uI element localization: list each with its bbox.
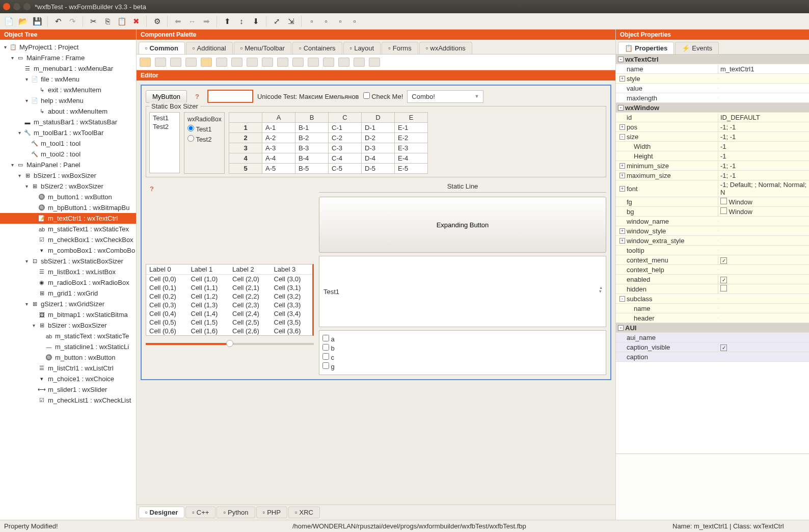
property-row[interactable]: + window_style <box>616 226 809 236</box>
palette-component-icon[interactable] <box>338 58 349 67</box>
tree-item[interactable]: ▾m_comboBox1 : wxComboBo <box>0 245 136 256</box>
tree-item[interactable]: ▾⊞bSizer2 : wxBoxSizer <box>0 181 136 192</box>
palette-tab[interactable]: ▫Common <box>139 42 185 54</box>
tree-item[interactable]: ▾🔧m_toolBar1 : wxToolBar <box>0 127 136 138</box>
tree-item[interactable]: 🖼m_bitmap1 : wxStaticBitma <box>0 309 136 320</box>
align-left-icon[interactable]: ⬅ <box>172 16 183 27</box>
palette-tab[interactable]: ▫Layout <box>343 42 381 54</box>
choice[interactable]: Test1 <box>319 256 606 327</box>
tree-item[interactable]: ▾m_choice1 : wxChoice <box>0 374 136 384</box>
property-row[interactable]: + maximum_size-1; -1 <box>616 171 809 180</box>
property-row[interactable]: Width-1 <box>616 142 809 151</box>
property-row[interactable]: namem_textCtrl1 <box>616 64 809 74</box>
tree-item[interactable]: 🔨m_tool1 : tool <box>0 138 136 149</box>
palette-component-icon[interactable] <box>231 58 242 67</box>
window-maximize-icon[interactable] <box>23 3 31 10</box>
tree-item[interactable]: ▾▭MainPanel : Panel <box>0 159 136 170</box>
property-row[interactable]: header <box>616 313 809 323</box>
property-row[interactable]: - wxTextCtrl <box>616 55 809 64</box>
delete-icon[interactable]: ✖ <box>130 16 142 27</box>
open-icon[interactable]: 📂 <box>17 16 29 27</box>
listctrl[interactable]: Label 0Label 1Label 2Label 3Cell (0,0)Ce… <box>146 264 314 336</box>
designer-tab[interactable]: ▫PHP <box>256 507 287 518</box>
palette-component-icon[interactable] <box>170 58 181 67</box>
palette-component-icon[interactable] <box>247 58 258 67</box>
new-icon[interactable]: 📄 <box>3 16 14 27</box>
property-row[interactable]: + font-1; Default; ; Normal; Normal; N <box>616 180 809 197</box>
property-row[interactable]: aui_name <box>616 333 809 342</box>
tab-properties[interactable]: 📋Properties <box>618 42 674 54</box>
tree-item[interactable]: 📝m_textCtrl1 : wxTextCtrl <box>0 213 136 224</box>
palette-component-icon[interactable] <box>354 58 365 67</box>
align-right-icon[interactable]: ➡ <box>201 16 212 27</box>
designer-tab[interactable]: ▫Python <box>217 507 255 518</box>
tree-item[interactable]: ▾⊞gSizer1 : wxGridSizer <box>0 299 136 309</box>
expanding-button[interactable]: Expanding Button <box>319 197 606 253</box>
palette-component-icon[interactable] <box>216 58 227 67</box>
palette-tab[interactable]: ▫Menu/Toolbar <box>234 42 291 54</box>
combobox[interactable]: Combo!▼ <box>407 90 483 103</box>
generate-icon[interactable]: ⚙ <box>151 16 163 27</box>
tab-events[interactable]: ⚡Events <box>675 42 719 54</box>
tree-item[interactable]: ▾⊞bSizer1 : wxBoxSizer <box>0 170 136 181</box>
checkbox-checkme[interactable]: Check Me! <box>363 92 403 100</box>
border-right-icon[interactable]: ▫ <box>320 16 332 27</box>
slider[interactable] <box>146 343 314 345</box>
palette-component-icon[interactable] <box>140 58 151 67</box>
border-top-icon[interactable]: ▫ <box>335 16 346 27</box>
grid[interactable]: ABCDE1A-1B-1C-1D-1E-12A-2B-2C-2D-2E-23A-… <box>229 112 428 174</box>
tree-item[interactable]: 🔘m_bpButton1 : wxBitmapBu <box>0 202 136 213</box>
save-icon[interactable]: 💾 <box>32 16 43 27</box>
tree-item[interactable]: ▾▭MainFrame : Frame <box>0 52 136 63</box>
property-row[interactable]: bg Window <box>616 207 809 217</box>
tree-item[interactable]: ◉m_radioBox1 : wxRadioBox <box>0 277 136 288</box>
property-row[interactable]: - AUI <box>616 323 809 333</box>
tree-item[interactable]: 🔘m_button : wxButton <box>0 352 136 363</box>
textctrl-selected[interactable] <box>207 90 253 103</box>
palette-tab[interactable]: ▫Additional <box>186 42 233 54</box>
border-bottom-icon[interactable]: ▫ <box>349 16 360 27</box>
palette-tab[interactable]: ▫Containers <box>292 42 342 54</box>
palette-component-icon[interactable] <box>292 58 304 67</box>
property-row[interactable]: - size-1; -1 <box>616 132 809 142</box>
palette-component-icon[interactable] <box>262 58 273 67</box>
property-row[interactable]: + style <box>616 74 809 84</box>
align-vcenter-icon[interactable]: ↕ <box>236 16 247 27</box>
property-row[interactable]: - subclass <box>616 294 809 304</box>
palette-component-icon[interactable] <box>277 58 288 67</box>
palette-component-icon[interactable] <box>308 58 319 67</box>
property-row[interactable]: caption_visible✓ <box>616 342 809 352</box>
property-row[interactable]: caption <box>616 352 809 362</box>
palette-component-icon[interactable] <box>323 58 334 67</box>
stretch-icon[interactable]: ⇲ <box>285 16 296 27</box>
tree-item[interactable]: —m_staticline1 : wxStaticLi <box>0 341 136 352</box>
designer-canvas[interactable]: MyButton ? Unicode Test: Максим Емельяно… <box>137 81 615 504</box>
property-row[interactable]: context_menu✓ <box>616 255 809 265</box>
align-center-icon[interactable]: ↔ <box>186 16 198 27</box>
align-top-icon[interactable]: ⬆ <box>222 16 233 27</box>
designer-tab[interactable]: ▫C++ <box>185 507 215 518</box>
tree-item[interactable]: ☰m_menubar1 : wxMenuBar <box>0 63 136 74</box>
tree-item[interactable]: ↳about : wxMenuItem <box>0 106 136 117</box>
designer-tab[interactable]: ▫XRC <box>288 507 320 518</box>
expand-icon[interactable]: ⤢ <box>271 16 282 27</box>
property-row[interactable]: context_help <box>616 265 809 275</box>
tree-item[interactable]: ↳exit : wxMenuItem <box>0 85 136 95</box>
palette-component-icon[interactable] <box>369 58 380 67</box>
window-minimize-icon[interactable] <box>13 3 20 10</box>
property-row[interactable]: - wxWindow <box>616 103 809 113</box>
tree-item[interactable]: ☰m_listBox1 : wxListBox <box>0 267 136 277</box>
tree-item[interactable]: ☑m_checkBox1 : wxCheckBox <box>0 234 136 245</box>
property-row[interactable]: idID_DEFAULT <box>616 113 809 122</box>
radiobox[interactable]: wxRadioBox Test1 Test2 <box>184 112 225 174</box>
property-row[interactable]: fg Window <box>616 197 809 207</box>
palette-component-icon[interactable] <box>155 58 166 67</box>
tree-item[interactable]: ▬m_statusBar1 : wxStatusBar <box>0 117 136 127</box>
property-row[interactable]: hidden <box>616 284 809 294</box>
mybutton[interactable]: MyButton <box>146 90 187 103</box>
paste-icon[interactable]: 📋 <box>116 16 127 27</box>
question-icon[interactable]: ? <box>191 90 203 102</box>
undo-icon[interactable]: ↶ <box>52 16 64 27</box>
tree-item[interactable]: ⟷m_slider1 : wxSlider <box>0 384 136 395</box>
tree-item[interactable]: ▾📄file : wxMenu <box>0 74 136 85</box>
